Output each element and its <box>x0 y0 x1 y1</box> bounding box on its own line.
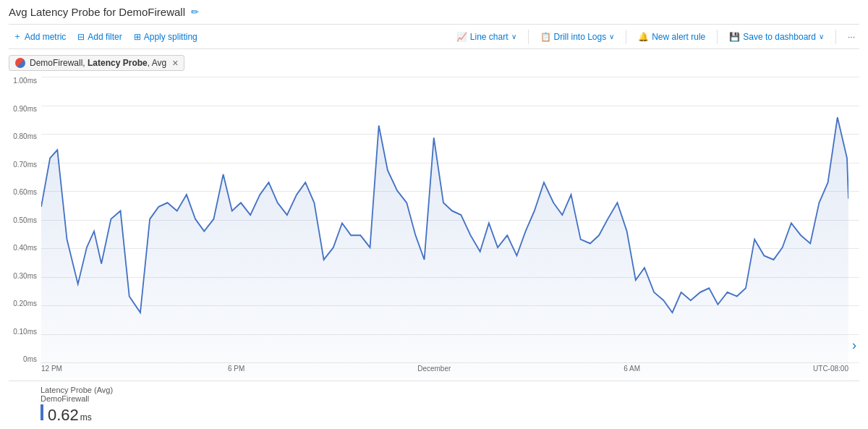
chart-container: 1.00ms 0.90ms 0.80ms 0.70ms 0.60ms 0.50m… <box>9 77 859 378</box>
logs-icon: 📋 <box>540 32 551 42</box>
y-label-3: 0.30ms <box>13 272 37 280</box>
save-to-dashboard-label: Save to dashboard <box>743 32 816 42</box>
y-axis: 1.00ms 0.90ms 0.80ms 0.70ms 0.60ms 0.50m… <box>9 77 41 378</box>
new-alert-rule-label: New alert rule <box>652 32 705 42</box>
more-options-button[interactable]: ··· <box>843 30 859 43</box>
apply-splitting-button[interactable]: ⊞ Apply splitting <box>129 30 202 43</box>
legend-unit: ms <box>80 412 92 422</box>
svg-marker-0 <box>41 117 848 378</box>
divider <box>528 30 529 44</box>
x-axis: 12 PM 6 PM December 6 AM UTC-08:00 <box>41 363 848 378</box>
y-label-4: 0.40ms <box>13 244 37 252</box>
x-label-december: December <box>417 365 451 378</box>
add-metric-button[interactable]: ＋ Add metric <box>9 29 70 44</box>
line-chart-button[interactable]: 📈 Line chart ∨ <box>452 30 521 43</box>
y-label-10: 1.00ms <box>13 77 37 85</box>
line-chart-dropdown-arrow: ∨ <box>511 33 516 41</box>
divider4 <box>835 30 836 44</box>
y-label-2: 0.20ms <box>13 300 37 307</box>
new-alert-rule-button[interactable]: 🔔 New alert rule <box>634 30 710 43</box>
split-icon: ⊞ <box>134 32 141 42</box>
save-to-dashboard-button[interactable]: 💾 Save to dashboard ∨ <box>725 30 828 43</box>
divider2 <box>626 30 626 44</box>
legend-subtitle: DemoFirewall <box>41 394 859 403</box>
drill-into-logs-label: Drill into Logs <box>554 32 607 42</box>
chart-inner: 12 PM 6 PM December 6 AM UTC-08:00 › <box>41 77 859 378</box>
x-label-6pm: 6 PM <box>228 365 244 378</box>
legend-area: Latency Probe (Avg) DemoFirewall 0.62 ms <box>9 381 859 429</box>
toolbar-left: ＋ Add metric ⊟ Add filter ⊞ Apply splitt… <box>9 29 202 44</box>
line-chart-icon: 📈 <box>456 32 467 42</box>
y-label-6: 0.60ms <box>13 188 37 196</box>
add-metric-label: Add metric <box>25 32 66 42</box>
legend-value: 0.62 <box>48 406 79 425</box>
metric-tag-name: DemoFirewall <box>30 58 82 68</box>
ellipsis-icon: ··· <box>848 32 855 42</box>
save-dashboard-dropdown-arrow: ∨ <box>819 33 824 41</box>
y-label-7: 0.70ms <box>13 161 37 169</box>
metric-tag-label: DemoFirewall, Latency Probe, Avg <box>30 58 166 68</box>
drill-into-logs-button[interactable]: 📋 Drill into Logs ∨ <box>536 30 619 43</box>
chart-area: 1.00ms 0.90ms 0.80ms 0.70ms 0.60ms 0.50m… <box>9 77 859 429</box>
alert-icon: 🔔 <box>638 32 649 42</box>
legend-title: Latency Probe (Avg) <box>41 386 859 394</box>
add-filter-button[interactable]: ⊟ Add filter <box>73 30 126 43</box>
add-filter-label: Add filter <box>88 32 122 42</box>
metric-tag-close-button[interactable]: × <box>172 58 178 68</box>
line-chart-label: Line chart <box>470 32 509 42</box>
save-icon: 💾 <box>729 32 740 42</box>
y-label-9: 0.90ms <box>13 105 37 113</box>
x-label-12pm: 12 PM <box>41 365 62 378</box>
x-label-utc: UTC-08:00 <box>813 365 848 378</box>
plus-icon: ＋ <box>13 30 22 43</box>
divider3 <box>717 30 718 44</box>
line-chart-svg <box>41 77 848 378</box>
metric-tag: DemoFirewall, Latency Probe, Avg × <box>9 55 184 71</box>
metric-tag-icon <box>15 58 25 68</box>
metric-tag-metric: Latency Probe <box>88 58 148 68</box>
page-title: Avg Latency Probe for DemoFirewall <box>9 6 185 18</box>
drill-logs-dropdown-arrow: ∨ <box>609 33 614 41</box>
y-label-1: 0.10ms <box>13 328 37 336</box>
edit-icon[interactable]: ✏ <box>191 7 199 17</box>
y-label-8: 0.80ms <box>13 132 37 140</box>
legend-value-row: 0.62 ms <box>41 404 859 425</box>
y-label-0: 0ms <box>23 355 37 363</box>
y-label-5: 0.50ms <box>13 216 37 224</box>
toolbar: ＋ Add metric ⊟ Add filter ⊞ Apply splitt… <box>9 24 859 49</box>
apply-splitting-label: Apply splitting <box>144 32 197 42</box>
x-label-6am: 6 AM <box>624 365 640 378</box>
metric-tag-aggregation: Avg <box>152 58 166 68</box>
nav-next-arrow[interactable]: › <box>849 335 859 356</box>
legend-bar <box>41 404 43 420</box>
filter-icon: ⊟ <box>77 32 85 42</box>
toolbar-right: 📈 Line chart ∨ 📋 Drill into Logs ∨ 🔔 New… <box>452 30 859 44</box>
legend-item: Latency Probe (Avg) DemoFirewall 0.62 ms <box>41 386 859 425</box>
